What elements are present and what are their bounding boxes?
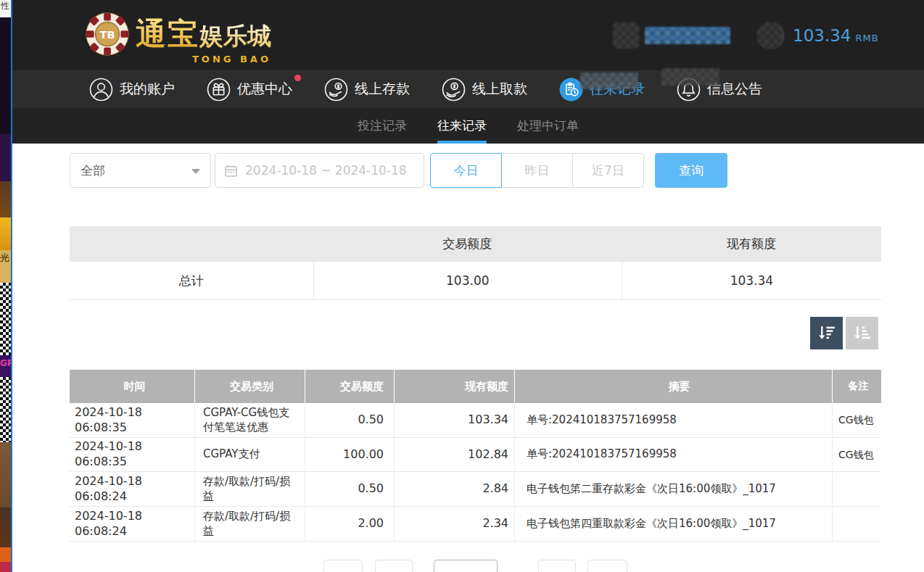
background-page-sliver: 光 GR: [0, 0, 12, 572]
search-button-label: 查询: [679, 162, 704, 179]
strip-seg-brown: [0, 181, 12, 217]
pagination-page-select[interactable]: [434, 560, 498, 572]
strip-seg-wood-dark: [0, 507, 12, 547]
tab-transaction-records[interactable]: 往来记录: [437, 108, 487, 144]
summary-header-empty: [70, 226, 313, 262]
account-area: 103.34 RMB: [613, 0, 879, 70]
cell-note: CG钱包: [833, 403, 881, 437]
strip-seg-gold: [0, 217, 12, 250]
cell-time: 2024-10-18 06:08:24: [70, 472, 195, 506]
pagination-first-button[interactable]: [323, 560, 363, 572]
strip-qr-code-1: [0, 283, 12, 355]
pagination-prev-button[interactable]: [375, 560, 413, 572]
col-header-category: 交易类别: [195, 370, 305, 403]
tab-betting-records[interactable]: 投注记录: [358, 108, 407, 144]
strip-qr-code-2: [0, 377, 12, 442]
logo-name-secondary: 娱乐城: [199, 20, 271, 53]
sort-descending-icon: [817, 323, 836, 343]
logo-wordmark: 通宝 娱乐城 TONG BAO: [136, 14, 271, 54]
balance-currency: RMB: [855, 33, 878, 43]
wallet-coin-icon-censored: [756, 22, 784, 49]
tab-pending-orders[interactable]: 处理中订单: [517, 108, 579, 144]
withdrawal-icon: [442, 78, 466, 101]
balance-amount: 103.34: [793, 26, 851, 45]
strip-seg-gold-text: 光: [0, 250, 12, 283]
col-header-note: 备注: [833, 370, 881, 403]
summary-header-row: 交易额度 现有额度: [70, 226, 881, 262]
logo-subtitle: TONG BAO: [192, 54, 271, 65]
cell-note: CG钱包: [833, 438, 881, 471]
casino-chip-icon: TB: [85, 12, 130, 57]
cell-time: 2024-10-18 06:08:35: [70, 438, 195, 471]
type-select[interactable]: 全部: [70, 153, 211, 188]
quick-range-today[interactable]: 今日: [430, 153, 502, 188]
quick-range-yesterday[interactable]: 昨日: [501, 153, 573, 188]
sort-ascending-button[interactable]: [846, 317, 878, 349]
chip-tb-label: TB: [100, 29, 115, 41]
username-censored: [645, 27, 730, 44]
strip-seg-purple-dark: [0, 0, 12, 134]
strip-seg-pink: [0, 562, 12, 572]
table-row: 2024-10-18 06:08:35 CGPAY支付 100.00 102.8…: [70, 438, 881, 472]
tab-label: 投注记录: [358, 117, 407, 134]
pagination-last-button[interactable]: [587, 560, 627, 572]
strip-seg-gr: GR: [0, 355, 12, 377]
site-logo[interactable]: TB 通宝 娱乐城 TONG BAO: [85, 12, 271, 57]
strip-glyph-guang: 光: [0, 252, 9, 263]
summary-total-label: 总计: [70, 262, 313, 299]
cell-note: [833, 507, 881, 541]
cell-summary: 电子钱包第四重取款彩金《次日16:00领取》_1017: [515, 507, 833, 541]
col-header-trade-amount: 交易额度: [305, 370, 395, 403]
strip-seg-wood: [0, 442, 12, 507]
primary-navigation: 我的账户 优惠中心 线上存款 线上取款: [12, 70, 924, 108]
active-tab-underline: [437, 141, 487, 144]
cell-category: 存款/取款/打码/损益: [195, 507, 305, 541]
nav-label: 线上取款: [472, 80, 527, 99]
filter-toolbar: 全部 2024-10-18 ~ 2024-10-18 今日: [70, 153, 881, 188]
cell-note: [833, 472, 881, 506]
strip-seg-purple: [0, 134, 12, 181]
nav-label: 我的账户: [120, 80, 175, 99]
nav-item-online-deposit[interactable]: 线上存款: [324, 78, 410, 101]
nav-item-online-withdrawal[interactable]: 线上取款: [442, 78, 527, 101]
col-header-current-balance: 现有额度: [395, 370, 515, 403]
cell-summary: 单号:202410183757169958: [515, 403, 833, 437]
nav-censored-patch-1: [580, 72, 638, 89]
cell-trade-amount: 0.50: [305, 472, 395, 506]
cell-trade-amount: 2.00: [305, 507, 395, 541]
quick-range-last7days[interactable]: 近7日: [572, 153, 644, 188]
cell-time: 2024-10-18 06:08:24: [70, 507, 195, 541]
deposit-icon: [324, 78, 348, 101]
sort-ascending-icon: [852, 323, 872, 343]
user-icon: [89, 78, 113, 101]
records-tab-bar: 投注记录 往来记录 处理中订单: [12, 108, 924, 144]
cell-trade-amount: 0.50: [305, 403, 395, 437]
date-range-input[interactable]: 2024-10-18 ~ 2024-10-18: [215, 153, 424, 188]
summary-total-row: 总计 103.00 103.34: [70, 262, 881, 300]
gift-icon: [207, 78, 231, 101]
nav-item-my-account[interactable]: 我的账户: [89, 78, 175, 101]
sort-descending-button[interactable]: [810, 317, 843, 349]
nav-item-promotions[interactable]: 优惠中心: [207, 78, 292, 101]
window-edge-divider: [11, 0, 12, 572]
table-row: 2024-10-18 06:08:24 存款/取款/打码/损益 0.50 2.8…: [70, 472, 881, 507]
cell-current-balance: 2.34: [395, 507, 515, 541]
nav-censored-patch-2: [661, 68, 719, 86]
main-window: TB 通宝 娱乐城 TONG BAO 103.34 RMB: [12, 0, 924, 572]
cell-current-balance: 2.84: [395, 472, 515, 506]
nav-label: 线上存款: [355, 80, 410, 99]
pagination-next-button[interactable]: [538, 560, 576, 572]
nav-label: 优惠中心: [237, 80, 292, 99]
user-avatar-censored: [613, 22, 639, 49]
cell-summary: 电子钱包第二重存款彩金《次日16:00领取》_1017: [515, 472, 833, 506]
cell-trade-amount: 100.00: [305, 438, 395, 471]
cell-summary: 单号:202410183757169958: [515, 438, 833, 471]
search-button[interactable]: 查询: [655, 153, 727, 188]
table-row: 2024-10-18 06:08:35 CGPAY-CG钱包支付笔笔送优惠 0.…: [70, 403, 881, 438]
cell-category: CGPAY-CG钱包支付笔笔送优惠: [195, 403, 305, 437]
balance-display: 103.34 RMB: [793, 26, 879, 45]
calendar-icon: [224, 164, 238, 178]
top-header-bar: TB 通宝 娱乐城 TONG BAO 103.34 RMB: [12, 0, 924, 70]
summary-header-current-balance: 现有额度: [622, 226, 881, 262]
cell-time: 2024-10-18 06:08:35: [70, 403, 195, 437]
